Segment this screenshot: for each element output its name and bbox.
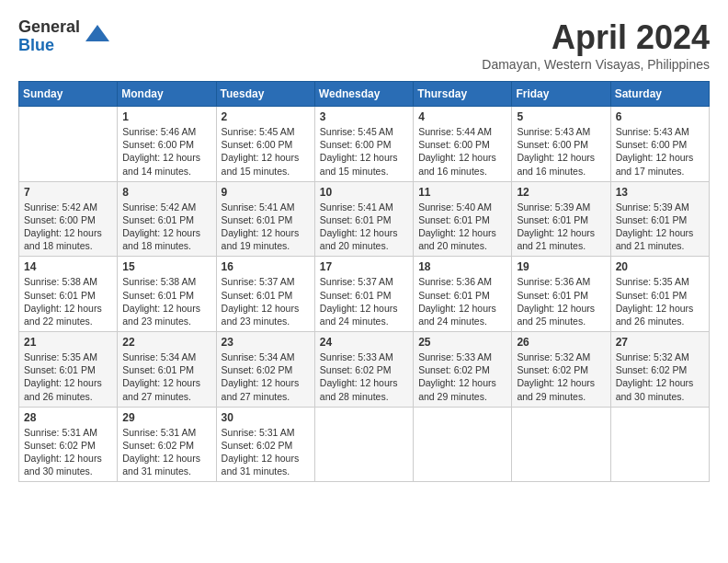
day-number: 1 — [122, 110, 210, 123]
weekday-header-monday: Monday — [118, 82, 216, 107]
day-number: 15 — [122, 260, 210, 273]
calendar-cell: 25Sunrise: 5:33 AMSunset: 6:02 PMDayligh… — [414, 332, 512, 408]
calendar-cell: 21Sunrise: 5:35 AMSunset: 6:01 PMDayligh… — [19, 332, 118, 408]
title-block: April 2024 Damayan, Western Visayas, Phi… — [482, 18, 710, 72]
calendar-cell: 18Sunrise: 5:36 AMSunset: 6:01 PMDayligh… — [414, 257, 512, 332]
day-number: 25 — [418, 336, 506, 349]
day-number: 12 — [517, 186, 605, 199]
day-number: 23 — [222, 336, 310, 349]
day-info: Sunrise: 5:35 AMSunset: 6:01 PMDaylight:… — [616, 275, 704, 327]
calendar-cell — [512, 407, 610, 482]
day-info: Sunrise: 5:38 AMSunset: 6:01 PMDaylight:… — [122, 275, 210, 327]
week-row-1: 1Sunrise: 5:46 AMSunset: 6:00 PMDaylight… — [19, 107, 710, 182]
day-number: 17 — [320, 260, 408, 273]
calendar-cell — [314, 407, 413, 482]
calendar-cell — [414, 407, 512, 482]
day-info: Sunrise: 5:36 AMSunset: 6:01 PMDaylight:… — [418, 275, 506, 327]
calendar-cell: 14Sunrise: 5:38 AMSunset: 6:01 PMDayligh… — [19, 257, 118, 332]
day-number: 13 — [616, 186, 704, 199]
week-row-2: 7Sunrise: 5:42 AMSunset: 6:00 PMDaylight… — [19, 181, 710, 257]
day-number: 2 — [222, 110, 310, 123]
day-info: Sunrise: 5:46 AMSunset: 6:00 PMDaylight:… — [122, 125, 210, 178]
day-number: 21 — [24, 336, 112, 349]
week-row-4: 21Sunrise: 5:35 AMSunset: 6:01 PMDayligh… — [19, 332, 710, 408]
day-number: 26 — [517, 336, 605, 349]
calendar-cell: 27Sunrise: 5:32 AMSunset: 6:02 PMDayligh… — [610, 332, 709, 408]
calendar-cell: 20Sunrise: 5:35 AMSunset: 6:01 PMDayligh… — [610, 257, 709, 332]
day-number: 10 — [320, 186, 408, 199]
calendar-cell — [19, 107, 118, 182]
calendar-cell: 11Sunrise: 5:40 AMSunset: 6:01 PMDayligh… — [414, 181, 512, 257]
day-info: Sunrise: 5:37 AMSunset: 6:01 PMDaylight:… — [222, 275, 310, 327]
day-number: 5 — [517, 110, 605, 123]
day-info: Sunrise: 5:43 AMSunset: 6:00 PMDaylight:… — [616, 125, 704, 178]
svg-marker-0 — [85, 25, 109, 41]
weekday-header-sunday: Sunday — [19, 82, 118, 107]
day-number: 29 — [122, 411, 210, 424]
day-info: Sunrise: 5:32 AMSunset: 6:02 PMDaylight:… — [517, 350, 605, 403]
calendar-cell: 19Sunrise: 5:36 AMSunset: 6:01 PMDayligh… — [512, 257, 610, 332]
day-info: Sunrise: 5:34 AMSunset: 6:02 PMDaylight:… — [222, 350, 310, 403]
day-info: Sunrise: 5:45 AMSunset: 6:00 PMDaylight:… — [222, 125, 310, 178]
day-info: Sunrise: 5:31 AMSunset: 6:02 PMDaylight:… — [24, 426, 112, 478]
weekday-header-tuesday: Tuesday — [216, 82, 314, 107]
logo-blue: Blue — [18, 36, 54, 54]
logo: General Blue — [18, 18, 111, 55]
weekday-header-thursday: Thursday — [414, 82, 512, 107]
day-info: Sunrise: 5:33 AMSunset: 6:02 PMDaylight:… — [418, 350, 506, 403]
day-number: 14 — [24, 260, 112, 273]
calendar-cell: 2Sunrise: 5:45 AMSunset: 6:00 PMDaylight… — [216, 107, 314, 182]
weekday-header-wednesday: Wednesday — [314, 82, 413, 107]
day-number: 7 — [24, 186, 112, 199]
day-info: Sunrise: 5:44 AMSunset: 6:00 PMDaylight:… — [418, 125, 506, 178]
day-number: 30 — [222, 411, 310, 424]
weekday-header-friday: Friday — [512, 82, 610, 107]
day-info: Sunrise: 5:39 AMSunset: 6:01 PMDaylight:… — [517, 201, 605, 253]
calendar-cell: 29Sunrise: 5:31 AMSunset: 6:02 PMDayligh… — [118, 407, 216, 482]
week-row-5: 28Sunrise: 5:31 AMSunset: 6:02 PMDayligh… — [19, 407, 710, 482]
month-year-title: April 2024 — [482, 18, 710, 57]
day-number: 22 — [122, 336, 210, 349]
calendar-cell — [610, 407, 709, 482]
calendar-cell: 5Sunrise: 5:43 AMSunset: 6:00 PMDaylight… — [512, 107, 610, 182]
day-info: Sunrise: 5:37 AMSunset: 6:01 PMDaylight:… — [320, 275, 408, 327]
day-info: Sunrise: 5:40 AMSunset: 6:01 PMDaylight:… — [418, 201, 506, 253]
day-info: Sunrise: 5:41 AMSunset: 6:01 PMDaylight:… — [320, 201, 408, 253]
calendar-cell: 28Sunrise: 5:31 AMSunset: 6:02 PMDayligh… — [19, 407, 118, 482]
day-number: 27 — [616, 336, 704, 349]
day-number: 24 — [320, 336, 408, 349]
day-number: 20 — [616, 260, 704, 273]
day-info: Sunrise: 5:31 AMSunset: 6:02 PMDaylight:… — [222, 426, 310, 478]
page-header: General Blue April 2024 Damayan, Western… — [18, 18, 710, 72]
day-number: 16 — [222, 260, 310, 273]
calendar-cell: 24Sunrise: 5:33 AMSunset: 6:02 PMDayligh… — [314, 332, 413, 408]
calendar-cell: 4Sunrise: 5:44 AMSunset: 6:00 PMDaylight… — [414, 107, 512, 182]
calendar-cell: 15Sunrise: 5:38 AMSunset: 6:01 PMDayligh… — [118, 257, 216, 332]
day-info: Sunrise: 5:41 AMSunset: 6:01 PMDaylight:… — [222, 201, 310, 253]
calendar-cell: 22Sunrise: 5:34 AMSunset: 6:01 PMDayligh… — [118, 332, 216, 408]
calendar-cell: 13Sunrise: 5:39 AMSunset: 6:01 PMDayligh… — [610, 181, 709, 257]
day-info: Sunrise: 5:32 AMSunset: 6:02 PMDaylight:… — [616, 350, 704, 403]
day-info: Sunrise: 5:39 AMSunset: 6:01 PMDaylight:… — [616, 201, 704, 253]
calendar-table: SundayMondayTuesdayWednesdayThursdayFrid… — [18, 81, 710, 482]
weekday-header-saturday: Saturday — [610, 82, 709, 107]
day-info: Sunrise: 5:35 AMSunset: 6:01 PMDaylight:… — [24, 350, 112, 403]
day-number: 6 — [616, 110, 704, 123]
day-info: Sunrise: 5:45 AMSunset: 6:00 PMDaylight:… — [320, 125, 408, 178]
calendar-cell: 17Sunrise: 5:37 AMSunset: 6:01 PMDayligh… — [314, 257, 413, 332]
day-number: 9 — [222, 186, 310, 199]
day-number: 11 — [418, 186, 506, 199]
day-number: 4 — [418, 110, 506, 123]
logo-icon — [84, 23, 111, 51]
calendar-cell: 26Sunrise: 5:32 AMSunset: 6:02 PMDayligh… — [512, 332, 610, 408]
calendar-cell: 10Sunrise: 5:41 AMSunset: 6:01 PMDayligh… — [314, 181, 413, 257]
location-subtitle: Damayan, Western Visayas, Philippines — [482, 57, 710, 72]
week-row-3: 14Sunrise: 5:38 AMSunset: 6:01 PMDayligh… — [19, 257, 710, 332]
day-info: Sunrise: 5:36 AMSunset: 6:01 PMDaylight:… — [517, 275, 605, 327]
calendar-cell: 6Sunrise: 5:43 AMSunset: 6:00 PMDaylight… — [610, 107, 709, 182]
day-info: Sunrise: 5:31 AMSunset: 6:02 PMDaylight:… — [122, 426, 210, 478]
day-info: Sunrise: 5:38 AMSunset: 6:01 PMDaylight:… — [24, 275, 112, 327]
calendar-cell: 3Sunrise: 5:45 AMSunset: 6:00 PMDaylight… — [314, 107, 413, 182]
day-number: 8 — [122, 186, 210, 199]
day-number: 19 — [517, 260, 605, 273]
